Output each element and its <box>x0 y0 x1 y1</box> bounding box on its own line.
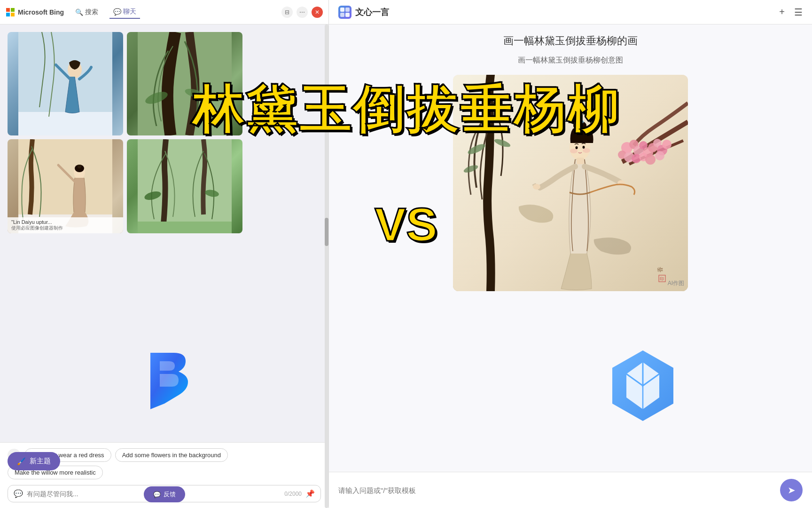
svg-point-52 <box>570 149 578 153</box>
chip-flowers[interactable]: Add some flowers in the background <box>115 448 228 462</box>
minimize-button[interactable]: ⊟ <box>281 7 293 18</box>
new-topic-brush-icon: 🖌️ <box>17 457 26 466</box>
input-chat-icon: 💬 <box>14 489 23 498</box>
scroll-thumb[interactable] <box>325 218 328 246</box>
svg-rect-21 <box>340 13 344 17</box>
svg-rect-22 <box>345 13 350 17</box>
right-chat-input[interactable] <box>338 486 780 494</box>
ai-watermark: AI作图 <box>668 279 684 287</box>
svg-point-42 <box>533 184 540 190</box>
svg-point-46 <box>576 121 579 125</box>
right-prompt-title: 画一幅林黛玉倒拔垂杨柳的画 <box>348 34 793 48</box>
svg-point-49 <box>574 116 577 119</box>
more-button[interactable]: ⋯ <box>297 7 308 18</box>
right-nav-icons: + ☰ <box>779 7 803 18</box>
feedback-button[interactable]: 💬 反馈 <box>144 486 185 502</box>
svg-text:香: 香 <box>657 267 664 272</box>
microsoft-icon <box>6 8 15 17</box>
svg-point-47 <box>581 120 584 123</box>
svg-rect-54 <box>577 158 584 164</box>
svg-rect-7 <box>138 32 232 135</box>
image-2-svg <box>127 32 242 135</box>
wenxin-icon-svg <box>339 7 351 18</box>
image-grid-area: "Lin Daiyu uptur... 使用必应图像创建器制作 <box>0 24 328 442</box>
nav-chat[interactable]: 💬 聊天 <box>109 6 140 19</box>
send-button[interactable]: ➤ <box>780 479 803 501</box>
svg-point-41 <box>655 151 664 160</box>
right-bottom-input-area: ➤ <box>329 472 812 508</box>
svg-rect-5 <box>18 112 112 135</box>
right-image-container: 香 印 AI作图 <box>453 75 688 291</box>
search-nav-icon: 🔍 <box>75 8 83 16</box>
right-top-bar: 文心一言 + ☰ <box>329 0 812 24</box>
bing-brand-text: Microsoft Bing <box>18 8 64 16</box>
close-button[interactable]: ✕ <box>312 7 323 18</box>
svg-point-51 <box>583 146 585 149</box>
new-topic-button[interactable]: 🖌️ 新主题 <box>8 452 60 470</box>
svg-rect-0 <box>6 8 10 12</box>
svg-point-35 <box>662 140 671 149</box>
svg-rect-3 <box>11 13 15 16</box>
image-caption: "Lin Daiyu uptur... 使用必应图像创建器制作 <box>8 217 123 233</box>
chat-nav-icon: 💬 <box>113 8 121 16</box>
svg-text:印: 印 <box>660 277 664 281</box>
image-4-svg <box>127 139 242 233</box>
char-count: 0/2000 <box>284 491 302 497</box>
svg-point-45 <box>573 121 586 130</box>
image-cell-3[interactable]: "Lin Daiyu uptur... 使用必应图像创建器制作 <box>8 139 123 233</box>
send-icon: ➤ <box>788 484 796 496</box>
image-1-svg <box>8 32 123 135</box>
svg-point-14 <box>78 165 81 168</box>
svg-rect-18 <box>138 222 232 233</box>
pin-icon: 📌 <box>305 489 315 498</box>
scrollbar[interactable] <box>325 24 328 508</box>
svg-point-40 <box>645 154 656 165</box>
right-painting-svg: 香 印 <box>453 75 688 291</box>
svg-rect-2 <box>6 13 10 16</box>
menu-button[interactable]: ☰ <box>794 7 803 18</box>
image-grid: "Lin Daiyu uptur... 使用必应图像创建器制作 <box>8 32 242 233</box>
wenxin-logo: 文心一言 <box>338 6 389 19</box>
image-cell-2[interactable] <box>127 32 242 135</box>
bing-logo: Microsoft Bing <box>6 8 64 17</box>
wenxin-logo-icon <box>338 6 351 19</box>
top-nav-bar: Microsoft Bing 🔍 搜索 💬 聊天 ⊟ ⋯ ✕ <box>0 0 328 24</box>
right-sub-prompt: 画一幅林黛玉倒拔垂杨柳创意图 <box>348 56 793 65</box>
svg-rect-15 <box>138 139 232 233</box>
window-controls: ⊟ ⋯ ✕ <box>281 7 323 18</box>
nav-search[interactable]: 🔍 搜索 <box>71 6 102 18</box>
svg-rect-19 <box>340 8 344 12</box>
svg-rect-20 <box>345 8 350 12</box>
svg-point-50 <box>576 146 578 149</box>
left-panel: Microsoft Bing 🔍 搜索 💬 聊天 ⊟ ⋯ ✕ <box>0 0 329 508</box>
right-panel: 文心一言 + ☰ 画一幅林黛玉倒拔垂杨柳的画 画一幅林黛玉倒拔垂杨柳创意图 <box>329 0 812 508</box>
image-cell-4[interactable] <box>127 139 242 233</box>
feedback-icon: 💬 <box>153 491 161 498</box>
plus-button[interactable]: + <box>779 7 785 17</box>
image-cell-1[interactable] <box>8 32 123 135</box>
svg-rect-1 <box>11 8 15 12</box>
svg-point-53 <box>583 148 590 153</box>
right-image-main: 香 印 AI作图 <box>453 75 688 291</box>
right-content: 画一幅林黛玉倒拔垂杨柳的画 画一幅林黛玉倒拔垂杨柳创意图 <box>329 24 812 472</box>
